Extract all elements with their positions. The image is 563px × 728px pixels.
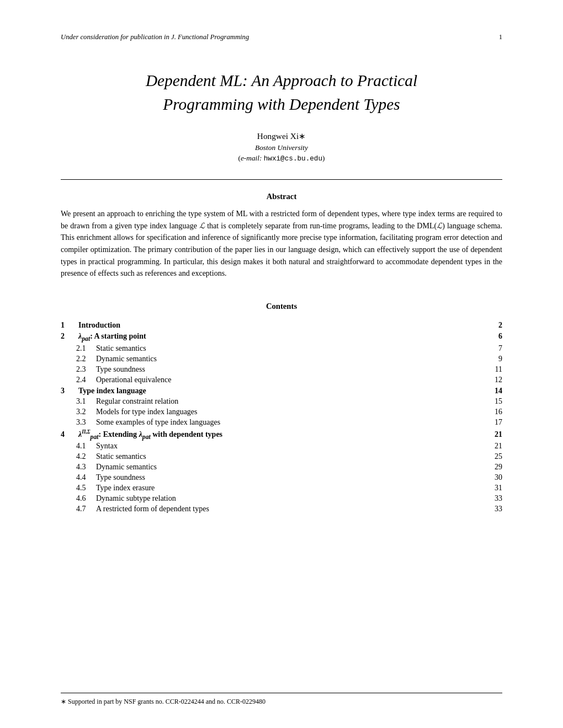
toc-filler-1: [285, 321, 491, 330]
page: Under consideration for publication in J…: [0, 0, 563, 728]
toc-page-4-6: 33: [491, 494, 502, 503]
toc-entry-4-1: 4.1 Syntax 21: [61, 442, 502, 451]
toc-num-4: 4: [61, 430, 78, 439]
toc-filler-4: [285, 430, 491, 439]
contents-heading: Contents: [61, 302, 502, 311]
toc-label-4-4: Type soundness: [96, 473, 294, 482]
toc-label-3-2: Models for type index languages: [96, 408, 294, 416]
toc-page-4-5: 31: [491, 484, 502, 493]
toc-entry-2-3: 2.3 Type soundness 11: [61, 365, 502, 374]
title-section: Dependent ML: An Approach to Practical P…: [61, 69, 502, 163]
toc-entry-3: 3 Type index language 14: [61, 387, 502, 395]
toc-entry-4-4: 4.4 Type soundness 30: [61, 473, 502, 482]
toc-entry-2-4: 2.4 Operational equivalence 12: [61, 376, 502, 384]
toc-filler-2-3: [294, 365, 491, 374]
toc-num-4-3: 4.3: [76, 463, 96, 472]
toc-label-3-3: Some examples of type index languages: [96, 418, 294, 427]
toc-entry-4-2: 4.2 Static semantics 25: [61, 452, 502, 461]
toc-entry-3-1: 3.1 Regular constraint relation 15: [61, 397, 502, 406]
toc-page-3-3: 17: [491, 418, 502, 427]
toc-num-4-1: 4.1: [76, 442, 96, 451]
toc-page-3-2: 16: [491, 408, 502, 416]
toc-num-1: 1: [61, 321, 78, 330]
toc-page-4-3: 29: [491, 463, 502, 472]
toc-page-4-2: 25: [491, 452, 502, 461]
email-label: e-mail:: [241, 154, 264, 162]
toc-page-4-4: 30: [491, 473, 502, 482]
toc-page-2-3: 11: [491, 365, 502, 374]
toc-label-3: Type index language: [78, 387, 285, 395]
abstract-section: Abstract We present an approach to enric…: [61, 192, 502, 280]
toc-list: 1 Introduction 2 2 λpat: A starting poin…: [61, 321, 502, 513]
toc-num-3: 3: [61, 387, 78, 395]
toc-num-2: 2: [61, 332, 78, 341]
toc-filler-3-2: [294, 408, 491, 416]
toc-num-4-4: 4.4: [76, 473, 96, 482]
toc-label-3-1: Regular constraint relation: [96, 397, 294, 406]
toc-page-1: 2: [491, 321, 502, 330]
toc-entry-4: 4 λΠ,Σpat: Extending λpat with dependent…: [61, 429, 502, 440]
toc-page-4-7: 33: [491, 505, 502, 513]
toc-num-4-2: 4.2: [76, 452, 96, 461]
toc-filler-2-1: [294, 344, 491, 353]
toc-filler-4-4: [294, 473, 491, 482]
toc-filler-3: [285, 387, 491, 395]
contents-section: Contents 1 Introduction 2 2 λpat: A star…: [61, 302, 502, 513]
toc-entry-2-1: 2.1 Static semantics 7: [61, 344, 502, 353]
author-name: Hongwei Xi∗: [61, 131, 502, 141]
toc-entry-2-2: 2.2 Dynamic semantics 9: [61, 355, 502, 363]
toc-num-4-7: 4.7: [76, 505, 96, 513]
toc-label-2-3: Type soundness: [96, 365, 294, 374]
toc-page-3-1: 15: [491, 397, 502, 406]
toc-filler-2-4: [294, 376, 491, 384]
paper-title: Dependent ML: An Approach to Practical P…: [61, 69, 502, 116]
abstract-text: We present an approach to enriching the …: [61, 208, 502, 280]
toc-num-2-3: 2.3: [76, 365, 96, 374]
toc-entry-3-2: 3.2 Models for type index languages 16: [61, 408, 502, 416]
author-email: (e-mail: hwxi@cs.bu.edu): [61, 154, 502, 163]
toc-filler-4-3: [294, 463, 491, 472]
toc-label-2: λpat: A starting point: [78, 332, 285, 342]
toc-label-4-2: Static semantics: [96, 452, 294, 461]
toc-num-2-1: 2.1: [76, 344, 96, 353]
footnote-text: ∗ Supported in part by NSF grants no. CC…: [61, 698, 502, 706]
toc-label-4-5: Type index erasure: [96, 484, 294, 493]
toc-page-2-4: 12: [491, 376, 502, 384]
section-divider: [61, 179, 502, 180]
toc-label-2-2: Dynamic semantics: [96, 355, 294, 363]
toc-num-3-2: 3.2: [76, 408, 96, 416]
toc-label-4: λΠ,Σpat: Extending λpat with dependent t…: [78, 429, 285, 440]
toc-filler-4-7: [294, 505, 491, 513]
toc-label-2-4: Operational equivalence: [96, 376, 294, 384]
footnote-section: ∗ Supported in part by NSF grants no. CC…: [61, 693, 502, 706]
toc-entry-4-7: 4.7 A restricted form of dependent types…: [61, 505, 502, 513]
toc-filler-4-5: [294, 484, 491, 493]
toc-page-4: 21: [491, 430, 502, 439]
toc-label-4-6: Dynamic subtype relation: [96, 494, 294, 503]
toc-entry-3-3: 3.3 Some examples of type index language…: [61, 418, 502, 427]
toc-label-4-1: Syntax: [96, 442, 294, 451]
toc-num-2-2: 2.2: [76, 355, 96, 363]
toc-num-4-6: 4.6: [76, 494, 96, 503]
toc-filler-4-1: [294, 442, 491, 451]
toc-entry-4-3: 4.3 Dynamic semantics 29: [61, 463, 502, 472]
toc-label-1: Introduction: [78, 321, 285, 330]
author-section: Hongwei Xi∗ Boston University (e-mail: h…: [61, 131, 502, 163]
toc-label-4-7: A restricted form of dependent types: [96, 505, 294, 513]
toc-filler-4-2: [294, 452, 491, 461]
toc-page-2-1: 7: [491, 344, 502, 353]
toc-entry-2: 2 λpat: A starting point 6: [61, 332, 502, 342]
toc-num-3-3: 3.3: [76, 418, 96, 427]
toc-label-4-3: Dynamic semantics: [96, 463, 294, 472]
toc-page-3: 14: [491, 387, 502, 395]
toc-filler-2-2: [294, 355, 491, 363]
toc-num-3-1: 3.1: [76, 397, 96, 406]
toc-filler-4-6: [294, 494, 491, 503]
toc-page-4-1: 21: [491, 442, 502, 451]
toc-entry-1: 1 Introduction 2: [61, 321, 502, 330]
page-header: Under consideration for publication in J…: [61, 33, 502, 41]
toc-page-2: 6: [491, 332, 502, 341]
toc-num-2-4: 2.4: [76, 376, 96, 384]
abstract-heading: Abstract: [61, 192, 502, 201]
author-affiliation: Boston University: [61, 143, 502, 152]
